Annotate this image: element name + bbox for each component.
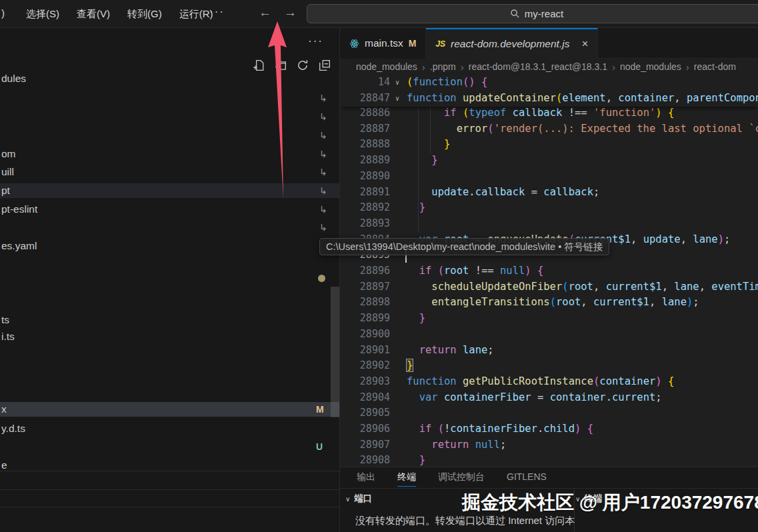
new-folder-icon[interactable]	[274, 59, 287, 72]
back-arrow-icon[interactable]: ←	[259, 5, 271, 20]
line-number: 28897	[340, 279, 390, 295]
ports-section-header[interactable]: ∨ 端口	[345, 493, 372, 505]
menu-item-fragment[interactable]: )	[1, 7, 5, 19]
sidebar-scrollbar[interactable]	[331, 287, 339, 417]
breadcrumb-separator: ›	[461, 61, 464, 73]
title-bar: ) 选择(S)查看(V)转到(G)运行(R) ··· ← → my-react	[0, 0, 758, 28]
symlink-icon: ↳	[319, 220, 327, 235]
search-value: my-react	[525, 8, 563, 19]
panel-tab[interactable]: 终端	[397, 468, 416, 487]
section-divider	[0, 507, 340, 507]
symlink-icon: ↳	[319, 128, 327, 143]
breadcrumb-item[interactable]: .pnpm	[430, 61, 456, 72]
breadcrumb-item[interactable]: node_modules	[620, 61, 681, 72]
list-item[interactable]: U	[0, 439, 340, 454]
line-number: 28901	[340, 343, 390, 359]
file-label: i.ts	[1, 329, 15, 344]
menu-item[interactable]: 选择(S)	[17, 8, 68, 21]
js-icon: JS	[435, 39, 445, 49]
list-item[interactable]: uill↳	[0, 165, 340, 179]
sticky-line: 14∨(function() {	[340, 75, 758, 91]
code-text: if (typeof callback !== 'function') {	[407, 105, 674, 121]
section-divider	[0, 489, 340, 490]
explorer-more-button[interactable]: ···	[308, 35, 323, 48]
code-text: }	[407, 453, 425, 467]
editor-tab[interactable]: JSreact-dom.development.js×	[426, 28, 598, 59]
list-item[interactable]: ↳	[0, 220, 340, 235]
code-line: 28892}	[340, 200, 758, 216]
breadcrumb-item[interactable]: react-dom	[694, 61, 736, 72]
list-item[interactable]: ts	[0, 313, 340, 327]
forward-arrow-icon[interactable]: →	[284, 5, 297, 20]
breadcrumb-separator: ›	[686, 61, 689, 73]
line-number: 28899	[340, 311, 390, 327]
list-item[interactable]: ↳	[0, 109, 340, 124]
editor-tab[interactable]: main.tsxM	[340, 28, 426, 59]
menu-more-button[interactable]: ···	[209, 5, 225, 19]
code-text: entangleTransitions(root, current$1, lan…	[407, 295, 699, 311]
list-item[interactable]: ↳	[0, 128, 340, 143]
indent-guide	[418, 105, 419, 232]
code-text: }	[407, 153, 438, 169]
list-item[interactable]: dules	[0, 71, 340, 86]
code-text: if (!containerFiber.child) {	[407, 421, 593, 437]
panel-tabs: 输出终端调试控制台GITLENS	[357, 467, 547, 487]
panel-tab[interactable]: GITLENS	[507, 468, 547, 487]
list-item[interactable]: xM	[0, 402, 340, 417]
list-item[interactable]: y.d.ts	[0, 421, 340, 436]
line-number: 28887	[340, 121, 390, 137]
panel-tab[interactable]: 调试控制台	[438, 468, 485, 487]
command-center-search[interactable]: my-react	[307, 4, 758, 23]
refresh-icon[interactable]	[296, 59, 309, 72]
symlink-icon: ↳	[319, 109, 327, 124]
code-text: }	[407, 200, 425, 216]
line-number: 28893	[340, 216, 390, 232]
breadcrumb-item[interactable]: node_modules	[356, 61, 417, 72]
line-number: 28908	[340, 453, 390, 467]
code-line: 28893	[340, 216, 758, 232]
line-number: 14	[340, 75, 390, 91]
collapse-all-icon[interactable]	[318, 59, 331, 72]
new-file-icon[interactable]	[252, 59, 265, 72]
line-number: 28896	[340, 263, 390, 279]
line-number: 28905	[340, 405, 390, 421]
sticky-scroll[interactable]: 14∨(function() {28847∨function updateCon…	[340, 75, 758, 107]
chevron-down-icon[interactable]: ∨	[395, 91, 399, 107]
modified-badge: M	[409, 38, 417, 49]
list-item[interactable]: es.yaml	[0, 239, 340, 253]
code-line: 28889}	[340, 153, 758, 169]
breadcrumb-separator: ›	[422, 61, 425, 73]
symlink-icon: ↳	[319, 202, 327, 217]
file-label: dules	[1, 71, 26, 86]
code-line: 28886if (typeof callback !== 'function')…	[340, 105, 758, 121]
list-item[interactable]: i.ts	[0, 329, 340, 344]
list-item[interactable]: pt↳	[0, 183, 340, 198]
code-line: 28905	[340, 405, 758, 421]
list-item[interactable]: ↳	[0, 91, 340, 105]
status-dot	[318, 275, 325, 282]
menu-item[interactable]: 转到(G)	[119, 8, 171, 21]
chevron-down-icon[interactable]: ∨	[395, 75, 399, 91]
close-icon[interactable]: ×	[581, 37, 588, 51]
panel-tab[interactable]: 输出	[357, 468, 375, 487]
code-line: 28904var containerFiber = container.curr…	[340, 390, 758, 406]
breadcrumb-item[interactable]: react-dom@18.3.1_react@18.3.1	[469, 61, 607, 72]
code-lines[interactable]: 28886if (typeof callback !== 'function')…	[340, 105, 758, 467]
file-label: pt	[1, 183, 10, 198]
ports-section-label: 端口	[354, 493, 372, 505]
tab-label: main.tsx	[365, 37, 403, 49]
menu-item[interactable]: 查看(V)	[68, 8, 119, 21]
breadcrumb-separator: ›	[612, 61, 615, 73]
line-number: 28890	[340, 169, 390, 185]
line-number: 28904	[340, 390, 390, 406]
tab-bar: main.tsxMJSreact-dom.development.js×	[340, 28, 758, 59]
code-text: }	[407, 137, 450, 153]
code-line: 28891update.callback = callback;	[340, 185, 758, 201]
git-status-badge: U	[316, 439, 323, 454]
line-number: 28900	[340, 327, 390, 343]
chevron-down-icon[interactable]: ∨	[345, 495, 350, 503]
symlink-icon: ↳	[319, 165, 327, 179]
list-item[interactable]: pt-eslint↳	[0, 202, 340, 217]
list-item[interactable]: om↳	[0, 147, 340, 161]
line-number: 28902	[340, 358, 390, 374]
